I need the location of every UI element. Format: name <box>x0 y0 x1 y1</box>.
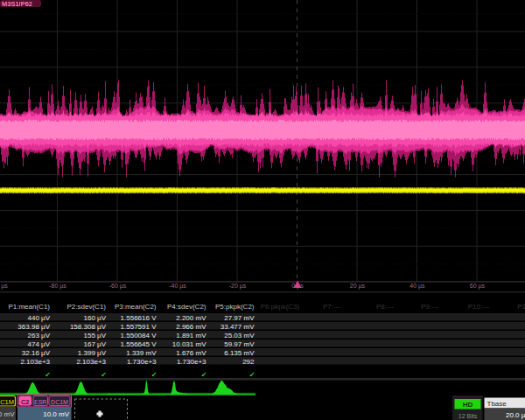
svg-text:1.556645 V: 1.556645 V <box>121 340 158 348</box>
svg-text:474 µV: 474 µV <box>27 340 50 348</box>
svg-text:2.966 mV: 2.966 mV <box>176 323 206 331</box>
svg-text:P9:---: P9:--- <box>421 303 438 311</box>
svg-text:-40 µs: -40 µs <box>169 283 186 290</box>
svg-text:✔: ✔ <box>201 371 207 379</box>
svg-text:2.103e+3: 2.103e+3 <box>20 358 50 366</box>
svg-text:✔: ✔ <box>151 371 158 379</box>
svg-text:-80 µs: -80 µs <box>49 283 66 290</box>
svg-text:1.730e+3: 1.730e+3 <box>127 358 157 366</box>
svg-text:P10:---: P10:--- <box>468 303 490 311</box>
svg-text:P1:mean(C1): P1:mean(C1) <box>8 303 50 311</box>
svg-text:167 µV: 167 µV <box>83 340 106 348</box>
svg-text:6.135 mV: 6.135 mV <box>224 349 255 357</box>
svg-text:2.103e+3: 2.103e+3 <box>76 358 106 366</box>
svg-text:10.031 mV: 10.031 mV <box>172 340 206 348</box>
svg-text:-100 µs: -100 µs <box>0 283 8 290</box>
svg-text:1.556616 V: 1.556616 V <box>121 314 158 322</box>
svg-text:✔: ✔ <box>101 371 107 379</box>
svg-text:-60 µs: -60 µs <box>109 283 127 290</box>
svg-text:440 µV: 440 µV <box>27 314 50 322</box>
svg-text:60 µs: 60 µs <box>470 283 486 290</box>
svg-text:2.200 mV: 2.200 mV <box>176 314 206 322</box>
svg-text:363.98 µV: 363.98 µV <box>18 323 50 331</box>
svg-text:P3:mean(C2): P3:mean(C2) <box>115 303 157 311</box>
svg-text:0 mV: 0 mV <box>0 410 15 418</box>
svg-text:HD: HD <box>463 401 473 409</box>
svg-text:263 µV: 263 µV <box>27 332 50 340</box>
svg-text:DC1M: DC1M <box>0 398 14 406</box>
svg-text:1.730e+3: 1.730e+3 <box>177 358 206 366</box>
svg-text:160 µV: 160 µV <box>83 314 106 322</box>
svg-text:1.550084 V: 1.550084 V <box>121 332 158 340</box>
svg-text:59.97 mV: 59.97 mV <box>224 340 255 348</box>
svg-text:40 µs: 40 µs <box>410 283 425 290</box>
svg-text:27.97 mV: 27.97 mV <box>224 314 255 322</box>
svg-text:P11: P11 <box>517 303 525 311</box>
svg-text:ESR: ESR <box>34 399 46 405</box>
svg-text:M3S1/P62: M3S1/P62 <box>2 0 32 8</box>
svg-text:10.0 mV: 10.0 mV <box>43 410 69 418</box>
svg-text:32.16 µV: 32.16 µV <box>22 349 51 357</box>
svg-text:155 µV: 155 µV <box>83 332 106 340</box>
svg-text:20.0 µs: 20.0 µs <box>506 411 525 419</box>
svg-text:Tbase: Tbase <box>487 400 508 408</box>
svg-text:P7:---: P7:--- <box>323 303 340 311</box>
svg-text:✔: ✔ <box>45 371 51 379</box>
svg-text:1.891 mV: 1.891 mV <box>176 332 206 340</box>
svg-text:P4:sdev(C2): P4:sdev(C2) <box>167 303 206 311</box>
svg-text:P5:pkpk(C2): P5:pkpk(C2) <box>215 303 255 311</box>
svg-text:1.557591 V: 1.557591 V <box>121 323 158 331</box>
svg-text:292: 292 <box>242 358 255 366</box>
svg-text:33.477 mV: 33.477 mV <box>220 323 255 331</box>
svg-text:DC1M: DC1M <box>51 399 68 405</box>
svg-text:20 µs: 20 µs <box>350 283 366 290</box>
svg-text:1.399 µV: 1.399 µV <box>78 349 107 357</box>
svg-text:1.676 mV: 1.676 mV <box>176 349 206 357</box>
svg-text:0 µs: 0 µs <box>291 283 304 290</box>
svg-text:25.03 mV: 25.03 mV <box>224 332 255 340</box>
svg-text:P2:sdev(C1): P2:sdev(C1) <box>67 303 107 311</box>
svg-text:P8:---: P8:--- <box>376 303 394 311</box>
svg-text:C2: C2 <box>21 398 30 406</box>
svg-text:158.308 µV: 158.308 µV <box>70 323 107 331</box>
svg-text:-20 µs: -20 µs <box>229 283 247 290</box>
svg-text:✔: ✔ <box>249 371 256 379</box>
svg-text:12 Bits: 12 Bits <box>458 413 478 419</box>
svg-text:1.339 mV: 1.339 mV <box>126 349 157 357</box>
svg-text:P6:pkpk(C3): P6:pkpk(C3) <box>261 303 300 311</box>
